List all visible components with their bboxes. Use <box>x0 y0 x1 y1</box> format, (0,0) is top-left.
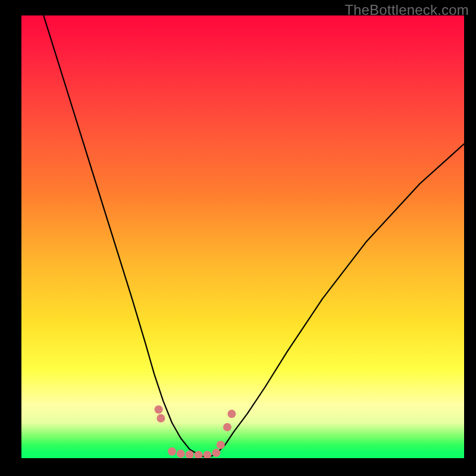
right-curve <box>208 144 465 458</box>
svg-point-0 <box>155 405 163 414</box>
svg-point-2 <box>168 447 176 456</box>
chart-frame: TheBottleneck.com <box>0 0 476 476</box>
svg-point-1 <box>156 414 165 422</box>
svg-point-6 <box>203 451 212 458</box>
svg-point-3 <box>177 450 185 458</box>
watermark-text: TheBottleneck.com <box>345 2 469 18</box>
svg-point-9 <box>223 423 231 431</box>
svg-point-5 <box>195 451 203 458</box>
bottom-markers <box>155 405 236 458</box>
curves-layer <box>21 15 464 458</box>
svg-point-8 <box>217 441 225 449</box>
left-curve <box>43 15 207 458</box>
svg-point-10 <box>227 410 236 418</box>
svg-point-7 <box>212 449 220 457</box>
plot-area <box>21 15 464 458</box>
